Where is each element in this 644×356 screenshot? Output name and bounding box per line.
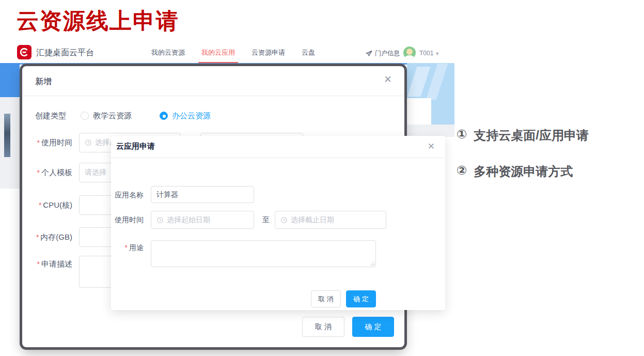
chevron-down-icon: ▼ — [435, 51, 439, 56]
slide-canvas: 云资源线上申请 汇捷桌面云平台 我的云资源 我的云应用 云资源申请 云盘 — [0, 0, 644, 356]
radio-teaching-cloud[interactable] — [81, 112, 89, 120]
app-name-input[interactable] — [151, 186, 254, 203]
use-time-label: *使用时间 — [22, 138, 72, 148]
clock-icon — [156, 216, 164, 224]
background-thumbnail — [4, 114, 10, 157]
modal-title: 新增 — [35, 76, 52, 87]
radio-office-cloud-label[interactable]: 办公云资源 — [172, 111, 211, 121]
date-range-to-label: 至 — [262, 215, 270, 225]
annotation-list: ① 支持云桌面/应用申请 ② 多种资源申请方式 — [457, 127, 589, 199]
cancel-button[interactable]: 取 消 — [311, 290, 341, 307]
divider — [22, 96, 404, 96]
banner-left-sliver — [0, 63, 20, 97]
create-type-row: 创建类型 教学云资源 办公云资源 — [35, 110, 211, 122]
clock-icon — [85, 139, 92, 146]
confirm-button[interactable]: 确 定 — [352, 317, 394, 337]
radio-teaching-cloud-label[interactable]: 教学云资源 — [93, 111, 132, 121]
purpose-textarea[interactable] — [151, 240, 376, 267]
radio-office-cloud[interactable] — [160, 112, 168, 120]
memory-label: *内存(GB) — [22, 233, 72, 242]
purpose-textarea-field[interactable] — [151, 241, 375, 267]
end-date-input[interactable]: 选择截止日期 — [275, 211, 386, 229]
content-card-sliver — [407, 98, 431, 125]
nav-item-cloud-disk[interactable]: 云盘 — [302, 42, 315, 63]
circled-number-icon: ② — [457, 163, 467, 178]
confirm-button[interactable]: 确 定 — [346, 290, 376, 307]
app-name-input-field[interactable] — [156, 191, 248, 199]
circled-number-icon: ① — [457, 127, 467, 142]
page-title: 云资源线上申请 — [17, 6, 179, 36]
annotation-text: 多种资源申请方式 — [474, 163, 573, 180]
annotation-item: ① 支持云桌面/应用申请 — [457, 127, 589, 144]
annotation-text: 支持云桌面/应用申请 — [474, 127, 589, 144]
app-header: 汇捷桌面云平台 我的云资源 我的云应用 云资源申请 云盘 门户信息 T001▼ — [0, 42, 454, 63]
template-label: *个人模板 — [22, 168, 72, 178]
create-type-label: 创建类型 — [35, 111, 66, 121]
nav-item-cloud-resource-apply[interactable]: 云资源申请 — [252, 42, 285, 63]
brand-name: 汇捷桌面云平台 — [36, 48, 94, 58]
modal-title: 云应用申请 — [116, 142, 155, 151]
user-avatar[interactable] — [403, 47, 416, 59]
app-name-label: 应用名称 — [111, 191, 144, 200]
paper-plane-icon — [366, 50, 372, 57]
main-nav: 我的云资源 我的云应用 云资源申请 云盘 — [151, 42, 315, 63]
use-time-label: 使用时间 — [111, 215, 144, 225]
portal-info-label: 门户信息 — [375, 49, 400, 58]
cloud-app-apply-modal: 云应用申请 ✕ 应用名称 使用时间 选择起始日期 至 选择截止日期 — [111, 136, 445, 310]
start-date-input[interactable]: 选择起始日期 — [151, 211, 254, 229]
description-label: *申请描述 — [22, 259, 72, 269]
page-background-right — [407, 125, 454, 137]
divider — [111, 158, 445, 158]
cpu-label: *CPU(核) — [22, 200, 72, 210]
nav-item-my-cloud-resources[interactable]: 我的云资源 — [151, 42, 185, 63]
user-id: T001 — [419, 50, 433, 57]
brand-logo-icon[interactable] — [17, 45, 32, 59]
clock-icon — [280, 216, 288, 224]
portal-info-link[interactable]: 门户信息 — [366, 49, 400, 58]
annotation-item: ② 多种资源申请方式 — [457, 163, 589, 180]
user-menu[interactable]: T001▼ — [419, 50, 439, 57]
close-icon[interactable]: ✕ — [384, 74, 392, 84]
close-icon[interactable]: ✕ — [428, 142, 435, 151]
nav-item-my-cloud-apps[interactable]: 我的云应用 — [201, 42, 235, 63]
cancel-button[interactable]: 取 消 — [302, 317, 344, 337]
purpose-label: *用途 — [111, 243, 144, 253]
